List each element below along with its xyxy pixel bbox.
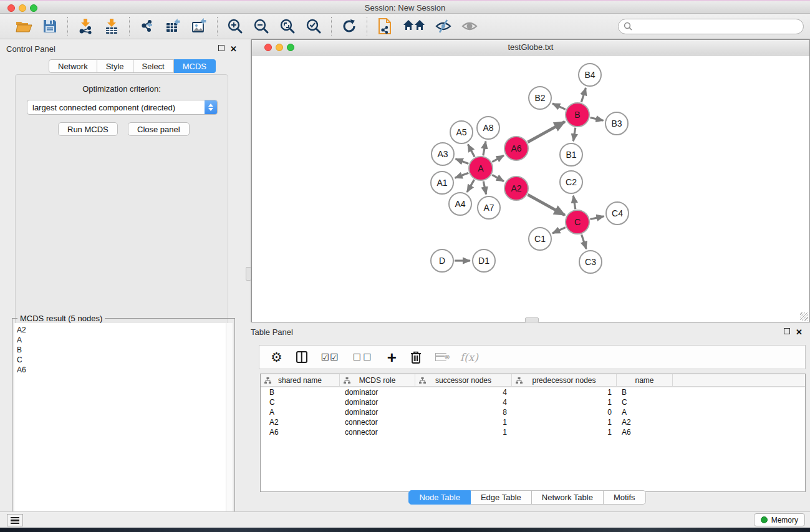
hide-selected-button[interactable] (435, 17, 452, 35)
table-cell[interactable]: 0 (512, 407, 617, 417)
import-network-button[interactable] (77, 17, 94, 35)
float-panel-button[interactable] (218, 44, 224, 53)
zoom-selected-button[interactable] (305, 17, 322, 35)
graph-node-D1[interactable]: D1 (472, 249, 496, 273)
apply-layout-button[interactable] (340, 17, 358, 35)
graph-node-A[interactable]: A (468, 156, 493, 181)
table-cell[interactable]: A (617, 407, 673, 417)
table-body[interactable]: Bdominator41BCdominator41CAdominator80AA… (261, 387, 805, 437)
tab-style[interactable]: Style (97, 59, 133, 73)
table-cell[interactable]: B (617, 387, 673, 397)
result-item[interactable]: A (17, 335, 226, 345)
export-network-button[interactable] (138, 17, 156, 35)
delete-table-button[interactable] (435, 349, 446, 365)
table-cell[interactable]: connector (340, 427, 415, 437)
unselect-all-button[interactable]: ☐☐ (353, 349, 374, 365)
table-cell[interactable]: 4 (415, 397, 512, 407)
table-cell[interactable]: A2 (617, 417, 673, 427)
graph-edge-A-A3[interactable] (456, 159, 469, 164)
graph-node-C1[interactable]: C1 (528, 227, 552, 251)
network-window-titlebar[interactable]: testGlobe.txt (252, 40, 809, 56)
network-canvas[interactable]: B4B2BB3A8A5A6A3B1AC2A1A2A4A7C4CC1C3DD1 (252, 56, 809, 322)
table-cell[interactable]: dominator (340, 397, 415, 407)
table-cell[interactable]: 1 (512, 427, 617, 437)
save-session-button[interactable] (41, 17, 59, 35)
table-cell[interactable]: dominator (340, 407, 415, 417)
graph-edge-C-C3[interactable] (582, 235, 587, 249)
show-all-button[interactable] (461, 17, 478, 35)
tab-motifs[interactable]: Motifs (604, 490, 646, 505)
export-image-button[interactable] (191, 17, 208, 35)
tab-edge-table[interactable]: Edge Table (471, 490, 532, 505)
export-table-button[interactable] (165, 17, 182, 35)
tab-network-table[interactable]: Network Table (532, 490, 604, 505)
graph-edge-A-A6[interactable] (492, 155, 504, 162)
graph-edge-A-A7[interactable] (483, 181, 486, 195)
close-panel-button-mcds[interactable]: Close panel (128, 122, 190, 136)
graph-node-C4[interactable]: C4 (605, 201, 629, 225)
tab-node-table[interactable]: Node Table (408, 490, 471, 505)
table-cell[interactable]: A6 (617, 427, 673, 437)
graph-node-A7[interactable]: A7 (477, 196, 501, 220)
result-item[interactable]: B (17, 345, 226, 355)
graph-edge-A-A1[interactable] (455, 173, 469, 178)
column-mcds-role[interactable]: MCDS role (340, 374, 415, 386)
table-cell[interactable]: 8 (415, 407, 512, 417)
graph-edge-B-B4[interactable] (581, 88, 586, 102)
result-scrollbar[interactable] (226, 323, 233, 528)
new-network-from-selection-button[interactable] (376, 17, 393, 35)
import-table-button[interactable] (103, 17, 120, 35)
zoom-in-button[interactable] (226, 17, 244, 35)
graph-node-A4[interactable]: A4 (448, 192, 472, 216)
graph-node-C3[interactable]: C3 (579, 250, 602, 274)
graph-edge-C-C4[interactable] (591, 216, 604, 220)
column-predecessor-nodes[interactable]: predecessor nodes (512, 374, 617, 386)
table-row[interactable]: Adominator80A (261, 407, 805, 417)
open-session-button[interactable] (15, 17, 32, 35)
graph-edge-C-C1[interactable] (552, 228, 566, 233)
column-successor-nodes[interactable]: successor nodes (415, 374, 512, 386)
graph-edge-B-B1[interactable] (573, 128, 575, 142)
graph-node-A6[interactable]: A6 (504, 136, 529, 161)
table-row[interactable]: Bdominator41B (261, 387, 805, 397)
graph-node-B4[interactable]: B4 (578, 63, 602, 87)
graph-edge-A-A8[interactable] (483, 142, 486, 156)
table-cell[interactable]: B (261, 387, 340, 397)
resize-grip[interactable] (800, 312, 808, 321)
table-float-button[interactable] (784, 327, 790, 336)
graph-node-C[interactable]: C (565, 210, 590, 235)
table-cell[interactable]: A2 (261, 417, 340, 427)
delete-rows-button[interactable] (410, 349, 422, 365)
graph-node-A8[interactable]: A8 (476, 116, 500, 140)
table-cell[interactable]: 1 (512, 397, 617, 407)
table-cell[interactable]: A6 (261, 427, 340, 437)
memory-button[interactable]: Memory (754, 513, 805, 526)
table-cell[interactable]: C (261, 397, 340, 407)
task-history-button[interactable] (7, 514, 23, 526)
graph-node-A5[interactable]: A5 (450, 120, 473, 144)
result-item[interactable]: A6 (17, 365, 226, 375)
graph-node-A1[interactable]: A1 (430, 171, 454, 195)
tab-network[interactable]: Network (49, 59, 97, 73)
graph-edge-A6-B[interactable] (528, 122, 564, 142)
graph-edge-A-A4[interactable] (467, 180, 474, 192)
table-cell[interactable]: connector (340, 417, 415, 427)
zoom-out-button[interactable] (253, 17, 270, 35)
graph-node-A2[interactable]: A2 (504, 176, 529, 201)
table-cell[interactable]: 1 (415, 417, 512, 427)
graph-node-A3[interactable]: A3 (431, 142, 455, 166)
table-cell[interactable]: 1 (415, 427, 512, 437)
graph-edge-A-A5[interactable] (468, 144, 475, 157)
table-row[interactable]: A2connector11A2 (261, 417, 805, 427)
graph-node-B1[interactable]: B1 (559, 143, 583, 167)
graph-node-B3[interactable]: B3 (605, 112, 629, 135)
split-divider-handle-horizontal[interactable] (525, 317, 539, 322)
table-cell[interactable]: A (261, 407, 340, 417)
graph-node-B[interactable]: B (565, 102, 590, 127)
tab-select[interactable]: Select (133, 59, 174, 73)
table-cell[interactable]: 4 (415, 387, 512, 397)
graph-edge-A-A2[interactable] (492, 175, 504, 181)
column-shared-name[interactable]: shared name (261, 374, 340, 386)
table-cell[interactable]: 1 (512, 417, 617, 427)
graph-node-D[interactable]: D (430, 249, 454, 273)
